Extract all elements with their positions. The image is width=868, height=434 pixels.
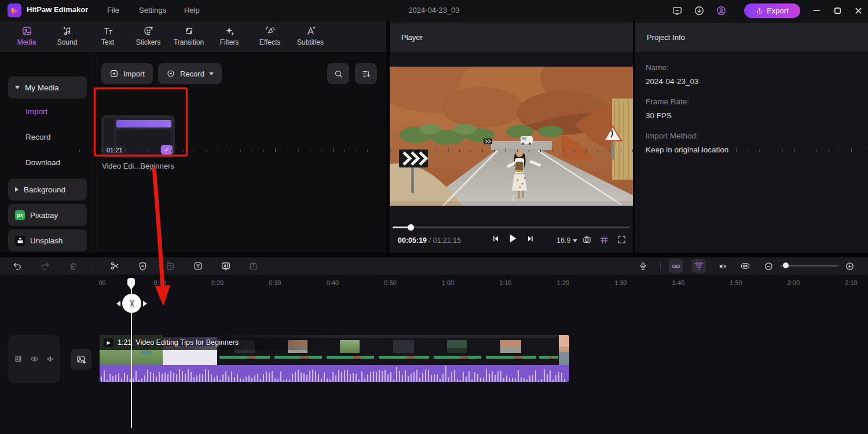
waveform-bar [214,378,215,382]
close-button[interactable] [852,5,864,16]
waveform-bar [312,370,313,382]
zoom-in-button[interactable] [843,259,856,273]
seek-bar[interactable] [393,227,630,228]
sort-icon [361,69,371,79]
ruler-tick [183,149,184,152]
waveform-bar [547,374,548,382]
track-preview-mode-button[interactable] [716,259,730,273]
ruler-tick [828,149,829,152]
magnet-snap-button[interactable] [692,259,706,273]
waveform-bar [260,379,261,382]
fullscreen-button[interactable] [617,235,627,245]
tab-subtitles[interactable]: Subtitles [294,25,327,46]
ruler-tick [240,149,241,152]
tab-filters[interactable]: Filters [213,25,246,46]
sidebar-group-background[interactable]: Background [8,178,87,200]
export-clip-button[interactable] [247,259,261,273]
waveform-bar [199,374,200,382]
window-project-title: 2024-04-23_03 [0,6,868,14]
timeline-zoom-slider[interactable] [780,265,838,267]
account-icon[interactable] [715,4,727,17]
zoom-out-button[interactable] [761,259,775,273]
thumbnail-art [116,120,171,127]
next-frame-button[interactable] [526,235,534,243]
ruler-tick [816,149,817,152]
search-media-button[interactable] [327,63,349,84]
ruler-tick [68,149,68,152]
snapshot-button[interactable] [582,235,592,245]
link-clips-button[interactable] [669,259,683,273]
add-text-to-clip-button[interactable] [163,259,177,273]
grid-toggle-button[interactable] [599,235,609,245]
delete-button[interactable] [66,259,80,273]
waveform-bar [176,374,177,382]
visibility-icon[interactable] [30,355,39,363]
sidebar-item-unsplash[interactable]: Unsplash [8,229,87,251]
waveform-bar [263,374,264,382]
waveform-bar [457,379,458,382]
trim-right-arrow[interactable] [143,301,147,307]
ai-subtitle-button[interactable] [219,259,233,273]
mute-icon[interactable] [46,355,55,363]
chevron-right-icon [15,187,19,192]
tab-label: Transition [174,38,204,46]
time-separator: / [427,236,433,245]
waveform-bar [188,369,189,382]
tab-stickers[interactable]: Stickers [132,25,164,46]
sidebar-item-pixabay[interactable]: px Pixabay [8,204,87,226]
redo-button[interactable] [38,259,52,273]
sidebar-item-import[interactable]: Import [25,107,47,116]
chevron-down-icon [573,239,577,242]
current-time: 00:05:19 [398,236,427,245]
download-center-icon[interactable] [693,4,705,17]
tab-transition[interactable]: Transition [173,25,205,46]
seek-handle[interactable] [408,224,414,231]
ruler-tick [102,148,103,152]
fit-timeline-button[interactable] [738,259,752,273]
maximize-button[interactable] [832,5,843,16]
project-info-header: Project Info [635,23,868,52]
waveform-bar [298,370,299,382]
sort-media-button[interactable] [355,63,377,84]
previous-frame-button[interactable] [492,235,500,243]
tab-effects[interactable]: Effects [254,25,286,46]
scissors-icon: ✂ [127,299,137,307]
sidebar-group-my-media[interactable]: My Media [8,76,87,99]
split-at-playhead-button[interactable]: ✂ [122,294,141,313]
waveform-bar [532,375,533,382]
aspect-ratio-dropdown[interactable]: 16:9 [556,236,577,245]
sidebar-item-record[interactable]: Record [25,133,51,141]
minimize-button[interactable] [811,5,822,16]
waveform-bar [335,375,336,382]
feedback-icon[interactable] [671,4,683,17]
trim-left-arrow[interactable] [116,301,120,307]
voiceover-button[interactable] [636,259,650,273]
timeline-video-clip[interactable]: ▶ 1:21 Video Editing Tips for Beginners [100,335,569,382]
marker-button[interactable] [135,259,149,273]
waveform-bar [156,377,157,382]
export-button[interactable]: Export [744,3,800,18]
undo-button[interactable] [10,259,24,273]
playhead-handle[interactable] [127,278,135,290]
play-button[interactable] [508,234,518,243]
split-button[interactable] [108,259,122,273]
import-media-button[interactable]: Import [101,63,153,84]
waveform-bar [240,378,241,382]
aspect-ratio-value: 16:9 [556,236,570,245]
tab-media[interactable]: Media [10,25,43,46]
waveform-bar [274,378,276,382]
video-preview[interactable] [390,67,633,206]
ruler-tick [275,148,276,152]
sidebar-item-download[interactable]: Download [25,158,60,167]
tab-sound[interactable]: Sound [51,25,83,46]
record-media-button[interactable]: Record [158,63,222,84]
add-media-to-track-button[interactable] [71,349,91,370]
waveform-bar [341,372,342,382]
project-info-panel: Project Info Name: 2024-04-23_03 Frame R… [635,21,868,253]
ruler-tick [529,149,529,152]
text-button[interactable] [191,259,205,273]
zoom-slider-handle[interactable] [783,262,789,268]
media-clip-thumbnail[interactable]: 01:21 ✓ [101,115,175,158]
filmstrip-icon[interactable] [14,355,23,363]
tab-text[interactable]: Text [91,25,124,46]
